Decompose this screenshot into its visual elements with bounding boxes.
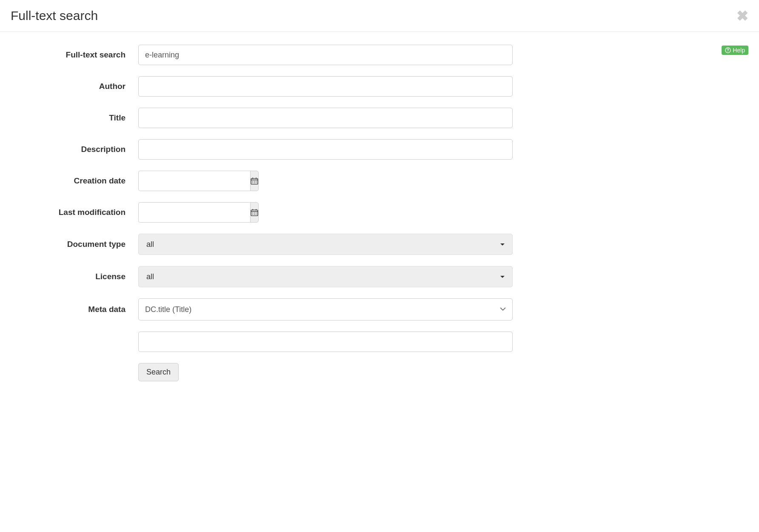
svg-point-9 [252, 183, 253, 183]
fulltext-label: Full-text search [11, 50, 138, 60]
close-icon[interactable]: ✖ [736, 9, 748, 23]
description-input[interactable] [138, 139, 513, 160]
license-selected: all [146, 272, 154, 281]
svg-point-10 [254, 183, 255, 183]
metadata-select[interactable]: DC.title (Title) [138, 298, 513, 320]
help-label: Help [733, 47, 745, 54]
author-input[interactable] [138, 76, 513, 97]
svg-point-8 [256, 181, 257, 182]
document-type-selected: all [146, 240, 154, 249]
creation-date-label: Creation date [11, 176, 138, 186]
creation-date-input[interactable] [138, 171, 250, 191]
svg-point-11 [256, 183, 257, 183]
author-label: Author [11, 82, 138, 91]
svg-point-16 [252, 212, 253, 213]
fulltext-input[interactable] [138, 45, 513, 65]
search-button[interactable]: Search [138, 363, 179, 381]
svg-point-19 [252, 214, 253, 215]
svg-point-18 [256, 212, 257, 213]
document-type-label: Document type [11, 240, 138, 249]
help-icon [725, 47, 731, 53]
calendar-icon [251, 177, 258, 185]
svg-point-21 [256, 214, 257, 215]
description-label: Description [11, 145, 138, 154]
help-button[interactable]: Help [722, 46, 748, 55]
calendar-icon [251, 209, 258, 216]
svg-point-6 [252, 181, 253, 182]
caret-down-icon [500, 276, 505, 278]
svg-point-7 [254, 181, 255, 182]
license-label: License [11, 272, 138, 281]
document-type-dropdown[interactable]: all [138, 234, 513, 255]
last-modification-input[interactable] [138, 202, 250, 223]
title-input[interactable] [138, 108, 513, 128]
last-modification-picker-button[interactable] [250, 202, 259, 223]
license-dropdown[interactable]: all [138, 266, 513, 287]
last-modification-label: Last modification [11, 208, 138, 217]
svg-point-20 [254, 214, 255, 215]
metadata-label: Meta data [11, 305, 138, 314]
modal-title: Full-text search [11, 9, 98, 23]
svg-point-1 [728, 51, 728, 51]
title-label: Title [11, 113, 138, 123]
creation-date-picker-button[interactable] [250, 171, 259, 191]
metadata-value-input[interactable] [138, 332, 513, 352]
caret-down-icon [500, 243, 505, 246]
svg-point-17 [254, 212, 255, 213]
